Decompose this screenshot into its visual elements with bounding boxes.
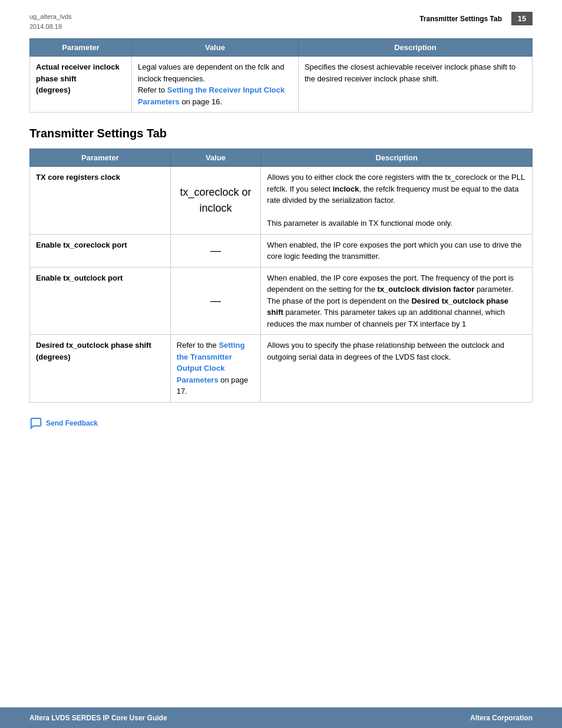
send-feedback[interactable]: Send Feedback [29, 417, 533, 430]
row3-bold2: Desired tx_outclock phase shift [267, 297, 508, 317]
table-row: Enable tx_coreclock port — When enabled,… [30, 234, 533, 267]
row1-desc-bold: inclock [333, 185, 359, 193]
row1-parameter: TX core registers clock [30, 167, 171, 235]
row3-bold1: tx_outclock division factor [378, 285, 475, 294]
row1-description: Allows you to either clock the core regi… [261, 167, 533, 235]
page-container: ug_altera_lvds 2014.08.18 Transmitter Se… [0, 0, 562, 728]
row3-description: When enabled, the IP core exposes the po… [261, 267, 533, 335]
page-header: ug_altera_lvds 2014.08.18 Transmitter Se… [29, 12, 533, 31]
main-table-col-parameter: Parameter [30, 149, 171, 167]
page-footer: Altera LVDS SERDES IP Core User Guide Al… [0, 707, 562, 728]
table-row: Actual receiver inclock phase shift(degr… [30, 57, 533, 113]
row4-value: Refer to the Setting the Transmitter Out… [170, 335, 261, 403]
header-right: Transmitter Settings Tab 15 [419, 12, 533, 25]
doc-id-line2: 2014.08.18 [29, 22, 72, 32]
row4-value-prefix: Refer to the [177, 341, 219, 350]
row4-description: Allows you to specify the phase relation… [261, 335, 533, 403]
top-table-col-description: Description [298, 39, 532, 57]
top-row-parameter: Actual receiver inclock phase shift(degr… [30, 57, 132, 113]
main-table: Parameter Value Description TX core regi… [29, 149, 533, 403]
footer-company: Altera Corporation [470, 714, 533, 722]
table-row: TX core registers clock tx_coreclock ori… [30, 167, 533, 235]
row3-parameter: Enable tx_outclock port [30, 267, 171, 335]
section-heading: Transmitter Settings Tab [29, 127, 533, 140]
page-number: 15 [511, 12, 533, 25]
table-row: Enable tx_outclock port — When enabled, … [30, 267, 533, 335]
top-table-col-value: Value [131, 39, 298, 57]
row4-parameter: Desired tx_outclock phase shift(degrees) [30, 335, 171, 403]
top-table-col-parameter: Parameter [30, 39, 132, 57]
row2-parameter: Enable tx_coreclock port [30, 234, 171, 267]
top-row-value: Legal values are dependent on the fclk a… [131, 57, 298, 113]
feedback-icon [29, 417, 42, 430]
table-row: Desired tx_outclock phase shift(degrees)… [30, 335, 533, 403]
header-left: ug_altera_lvds 2014.08.18 [29, 12, 72, 31]
top-row-value-suffix: on page 16. [180, 97, 222, 106]
doc-id-line1: ug_altera_lvds [29, 12, 72, 22]
top-table: Parameter Value Description Actual recei… [29, 38, 533, 113]
main-table-col-value: Value [170, 149, 261, 167]
footer-left: Altera LVDS SERDES IP Core User Guide [29, 713, 167, 722]
row2-description: When enabled, the IP core exposes the po… [261, 234, 533, 267]
footer-link[interactable]: Altera LVDS SERDES IP Core User Guide [29, 714, 167, 722]
row1-value: tx_coreclock orinclock [170, 167, 261, 235]
row3-value: — [170, 267, 261, 335]
main-table-col-description: Description [261, 149, 533, 167]
row2-value: — [170, 234, 261, 267]
header-title: Transmitter Settings Tab [419, 15, 502, 23]
send-feedback-label[interactable]: Send Feedback [46, 419, 98, 427]
top-row-description: Specifies the closest achievable receive… [298, 57, 532, 113]
